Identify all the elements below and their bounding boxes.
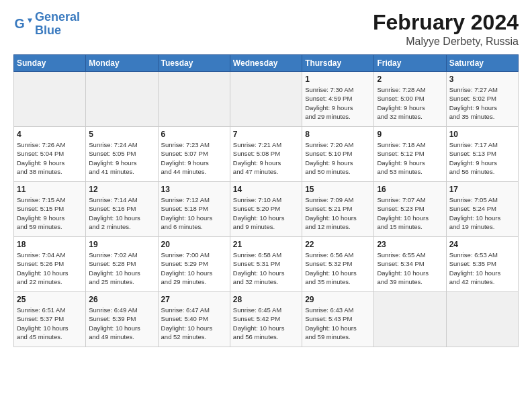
day-number: 8	[305, 130, 371, 139]
day-number: 28	[233, 295, 299, 304]
calendar-cell: 14Sunrise: 7:10 AM Sunset: 5:20 PM Dayli…	[230, 182, 302, 237]
calendar-cell: 7Sunrise: 7:21 AM Sunset: 5:08 PM Daylig…	[230, 127, 302, 182]
day-info: Sunrise: 6:47 AM Sunset: 5:40 PM Dayligh…	[161, 306, 227, 341]
day-info: Sunrise: 6:55 AM Sunset: 5:34 PM Dayligh…	[377, 250, 443, 286]
day-number: 5	[89, 130, 154, 139]
calendar-cell: 28Sunrise: 6:45 AM Sunset: 5:42 PM Dayli…	[230, 292, 302, 347]
day-number: 18	[17, 240, 83, 249]
calendar-week-row: 18Sunrise: 7:04 AM Sunset: 5:26 PM Dayli…	[14, 237, 519, 292]
calendar-cell	[446, 292, 518, 347]
logo: G General Blue	[13, 11, 80, 38]
day-number: 10	[449, 130, 515, 139]
calendar-cell: 13Sunrise: 7:12 AM Sunset: 5:18 PM Dayli…	[158, 182, 230, 237]
page: G General Blue February 2024 Malyye Derb…	[0, 0, 532, 411]
day-info: Sunrise: 7:00 AM Sunset: 5:29 PM Dayligh…	[161, 250, 227, 286]
location-title: Malyye Derbety, Russia	[373, 36, 519, 48]
day-info: Sunrise: 7:26 AM Sunset: 5:04 PM Dayligh…	[17, 140, 83, 176]
header: G General Blue February 2024 Malyye Derb…	[13, 11, 519, 48]
calendar-cell: 11Sunrise: 7:15 AM Sunset: 5:15 PM Dayli…	[14, 182, 86, 237]
day-info: Sunrise: 7:02 AM Sunset: 5:28 PM Dayligh…	[89, 250, 154, 286]
calendar-cell: 16Sunrise: 7:07 AM Sunset: 5:23 PM Dayli…	[374, 182, 446, 237]
calendar-week-row: 4Sunrise: 7:26 AM Sunset: 5:04 PM Daylig…	[14, 127, 519, 182]
calendar-cell: 18Sunrise: 7:04 AM Sunset: 5:26 PM Dayli…	[14, 237, 86, 292]
day-number: 11	[17, 185, 83, 194]
calendar-day-header: Friday	[374, 55, 446, 72]
calendar-cell: 1Sunrise: 7:30 AM Sunset: 4:59 PM Daylig…	[302, 72, 374, 127]
day-info: Sunrise: 7:23 AM Sunset: 5:07 PM Dayligh…	[161, 140, 227, 176]
day-info: Sunrise: 6:58 AM Sunset: 5:31 PM Dayligh…	[233, 250, 299, 286]
day-info: Sunrise: 7:30 AM Sunset: 4:59 PM Dayligh…	[305, 85, 371, 121]
calendar-cell: 25Sunrise: 6:51 AM Sunset: 5:37 PM Dayli…	[14, 292, 86, 347]
day-number: 2	[377, 75, 443, 84]
calendar-day-header: Saturday	[446, 55, 518, 72]
day-number: 21	[233, 240, 299, 249]
day-number: 29	[305, 295, 371, 304]
calendar-cell: 20Sunrise: 7:00 AM Sunset: 5:29 PM Dayli…	[158, 237, 230, 292]
calendar-day-header: Wednesday	[230, 55, 302, 72]
calendar-cell	[14, 72, 86, 127]
calendar-cell: 26Sunrise: 6:49 AM Sunset: 5:39 PM Dayli…	[86, 292, 158, 347]
calendar-day-header: Sunday	[14, 55, 86, 72]
calendar-cell: 24Sunrise: 6:53 AM Sunset: 5:35 PM Dayli…	[446, 237, 518, 292]
svg-text:G: G	[14, 15, 24, 30]
day-info: Sunrise: 7:28 AM Sunset: 5:00 PM Dayligh…	[377, 85, 443, 121]
day-info: Sunrise: 7:18 AM Sunset: 5:12 PM Dayligh…	[377, 140, 443, 176]
day-info: Sunrise: 7:12 AM Sunset: 5:18 PM Dayligh…	[161, 195, 227, 231]
day-number: 19	[89, 240, 154, 249]
calendar-cell	[374, 292, 446, 347]
day-number: 27	[161, 295, 227, 304]
calendar-cell: 9Sunrise: 7:18 AM Sunset: 5:12 PM Daylig…	[374, 127, 446, 182]
day-info: Sunrise: 7:24 AM Sunset: 5:05 PM Dayligh…	[89, 140, 154, 176]
day-info: Sunrise: 6:43 AM Sunset: 5:43 PM Dayligh…	[305, 306, 371, 341]
day-info: Sunrise: 7:15 AM Sunset: 5:15 PM Dayligh…	[17, 195, 83, 231]
day-number: 14	[233, 185, 299, 194]
day-number: 9	[377, 130, 443, 139]
calendar-cell: 12Sunrise: 7:14 AM Sunset: 5:16 PM Dayli…	[86, 182, 158, 237]
calendar-cell: 4Sunrise: 7:26 AM Sunset: 5:04 PM Daylig…	[14, 127, 86, 182]
calendar-cell: 21Sunrise: 6:58 AM Sunset: 5:31 PM Dayli…	[230, 237, 302, 292]
day-number: 26	[89, 295, 154, 304]
calendar-cell: 3Sunrise: 7:27 AM Sunset: 5:02 PM Daylig…	[446, 72, 518, 127]
calendar-week-row: 11Sunrise: 7:15 AM Sunset: 5:15 PM Dayli…	[14, 182, 519, 237]
day-number: 4	[17, 130, 83, 139]
calendar-cell: 19Sunrise: 7:02 AM Sunset: 5:28 PM Dayli…	[86, 237, 158, 292]
calendar-cell: 2Sunrise: 7:28 AM Sunset: 5:00 PM Daylig…	[374, 72, 446, 127]
day-number: 15	[305, 185, 371, 194]
day-number: 16	[377, 185, 443, 194]
day-info: Sunrise: 7:10 AM Sunset: 5:20 PM Dayligh…	[233, 195, 299, 231]
logo-text: General Blue	[35, 11, 80, 38]
logo-general: General	[35, 10, 80, 24]
svg-marker-1	[28, 18, 32, 23]
calendar-cell	[158, 72, 230, 127]
day-info: Sunrise: 6:51 AM Sunset: 5:37 PM Dayligh…	[17, 306, 83, 341]
day-info: Sunrise: 7:21 AM Sunset: 5:08 PM Dayligh…	[233, 140, 299, 176]
calendar-cell: 29Sunrise: 6:43 AM Sunset: 5:43 PM Dayli…	[302, 292, 374, 347]
day-number: 12	[89, 185, 154, 194]
day-number: 23	[377, 240, 443, 249]
day-info: Sunrise: 7:09 AM Sunset: 5:21 PM Dayligh…	[305, 195, 371, 231]
calendar-cell: 17Sunrise: 7:05 AM Sunset: 5:24 PM Dayli…	[446, 182, 518, 237]
calendar-cell: 22Sunrise: 6:56 AM Sunset: 5:32 PM Dayli…	[302, 237, 374, 292]
day-number: 7	[233, 130, 299, 139]
calendar-week-row: 25Sunrise: 6:51 AM Sunset: 5:37 PM Dayli…	[14, 292, 519, 347]
day-number: 6	[161, 130, 227, 139]
calendar: SundayMondayTuesdayWednesdayThursdayFrid…	[13, 54, 519, 347]
calendar-cell: 8Sunrise: 7:20 AM Sunset: 5:10 PM Daylig…	[302, 127, 374, 182]
day-info: Sunrise: 6:56 AM Sunset: 5:32 PM Dayligh…	[305, 250, 371, 286]
day-info: Sunrise: 7:17 AM Sunset: 5:13 PM Dayligh…	[449, 140, 515, 176]
day-number: 3	[449, 75, 515, 84]
calendar-day-header: Tuesday	[158, 55, 230, 72]
day-info: Sunrise: 7:27 AM Sunset: 5:02 PM Dayligh…	[449, 85, 515, 121]
day-info: Sunrise: 6:49 AM Sunset: 5:39 PM Dayligh…	[89, 306, 154, 341]
day-number: 24	[449, 240, 515, 249]
calendar-cell: 23Sunrise: 6:55 AM Sunset: 5:34 PM Dayli…	[374, 237, 446, 292]
calendar-cell: 27Sunrise: 6:47 AM Sunset: 5:40 PM Dayli…	[158, 292, 230, 347]
day-number: 25	[17, 295, 83, 304]
calendar-cell	[86, 72, 158, 127]
calendar-cell	[230, 72, 302, 127]
day-number: 1	[305, 75, 371, 84]
day-info: Sunrise: 6:53 AM Sunset: 5:35 PM Dayligh…	[449, 250, 515, 286]
day-info: Sunrise: 7:07 AM Sunset: 5:23 PM Dayligh…	[377, 195, 443, 231]
calendar-cell: 5Sunrise: 7:24 AM Sunset: 5:05 PM Daylig…	[86, 127, 158, 182]
calendar-day-header: Thursday	[302, 55, 374, 72]
